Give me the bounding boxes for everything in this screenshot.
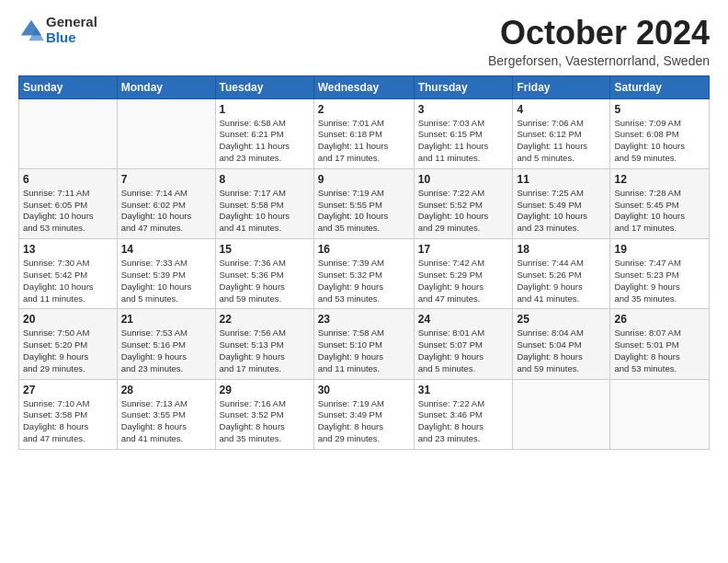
- day-number: 14: [121, 243, 211, 256]
- calendar-cell: 30Sunrise: 7:19 AM Sunset: 3:49 PM Dayli…: [313, 379, 414, 449]
- calendar-cell: 17Sunrise: 7:42 AM Sunset: 5:29 PM Dayli…: [414, 239, 513, 309]
- calendar-cell: [513, 379, 610, 449]
- day-number: 23: [318, 313, 410, 326]
- calendar-cell: 9Sunrise: 7:19 AM Sunset: 5:55 PM Daylig…: [313, 168, 414, 238]
- day-detail: Sunrise: 7:42 AM Sunset: 5:29 PM Dayligh…: [418, 258, 509, 304]
- day-number: 28: [121, 384, 211, 396]
- calendar-cell: 7Sunrise: 7:14 AM Sunset: 6:02 PM Daylig…: [117, 168, 215, 238]
- day-detail: Sunrise: 7:56 AM Sunset: 5:13 PM Dayligh…: [220, 327, 310, 374]
- calendar-cell: 8Sunrise: 7:17 AM Sunset: 5:58 PM Daylig…: [215, 168, 313, 238]
- day-detail: Sunrise: 7:06 AM Sunset: 6:12 PM Dayligh…: [517, 118, 606, 165]
- day-number: 10: [418, 173, 509, 186]
- weekday-header-monday: Monday: [117, 75, 215, 98]
- day-detail: Sunrise: 7:39 AM Sunset: 5:32 PM Dayligh…: [318, 258, 410, 304]
- week-row-1: 1Sunrise: 6:58 AM Sunset: 6:21 PM Daylig…: [19, 98, 710, 168]
- calendar-cell: 15Sunrise: 7:36 AM Sunset: 5:36 PM Dayli…: [215, 239, 313, 309]
- day-number: 5: [614, 103, 705, 116]
- day-number: 12: [614, 173, 705, 186]
- day-detail: Sunrise: 7:44 AM Sunset: 5:26 PM Dayligh…: [517, 258, 606, 304]
- calendar-cell: 23Sunrise: 7:58 AM Sunset: 5:10 PM Dayli…: [313, 309, 414, 379]
- calendar-cell: [610, 379, 710, 449]
- day-number: 21: [121, 313, 211, 326]
- day-number: 18: [517, 243, 606, 256]
- day-detail: Sunrise: 7:28 AM Sunset: 5:45 PM Dayligh…: [614, 188, 705, 235]
- day-number: 13: [23, 243, 113, 256]
- weekday-header-thursday: Thursday: [414, 75, 513, 98]
- calendar-cell: 14Sunrise: 7:33 AM Sunset: 5:39 PM Dayli…: [117, 239, 215, 309]
- day-detail: Sunrise: 7:53 AM Sunset: 5:16 PM Dayligh…: [121, 327, 211, 374]
- day-detail: Sunrise: 7:17 AM Sunset: 5:58 PM Dayligh…: [220, 188, 310, 235]
- calendar-cell: 28Sunrise: 7:13 AM Sunset: 3:55 PM Dayli…: [117, 379, 215, 449]
- calendar-cell: 25Sunrise: 8:04 AM Sunset: 5:04 PM Dayli…: [513, 309, 610, 379]
- day-number: 16: [318, 243, 410, 256]
- day-detail: Sunrise: 7:25 AM Sunset: 5:49 PM Dayligh…: [517, 188, 606, 235]
- week-row-4: 20Sunrise: 7:50 AM Sunset: 5:20 PM Dayli…: [19, 309, 710, 379]
- calendar-cell: 1Sunrise: 6:58 AM Sunset: 6:21 PM Daylig…: [215, 98, 313, 168]
- day-detail: Sunrise: 7:30 AM Sunset: 5:42 PM Dayligh…: [23, 258, 113, 304]
- day-detail: Sunrise: 7:19 AM Sunset: 5:55 PM Dayligh…: [318, 188, 410, 235]
- calendar-cell: 29Sunrise: 7:16 AM Sunset: 3:52 PM Dayli…: [215, 379, 313, 449]
- day-number: 19: [614, 243, 705, 256]
- day-number: 25: [517, 313, 606, 326]
- title-block: October 2024 Bergeforsen, Vaesternorrlan…: [488, 15, 710, 68]
- day-detail: Sunrise: 8:07 AM Sunset: 5:01 PM Dayligh…: [614, 327, 705, 374]
- day-detail: Sunrise: 8:04 AM Sunset: 5:04 PM Dayligh…: [517, 327, 606, 374]
- day-number: 24: [418, 313, 509, 326]
- day-detail: Sunrise: 7:36 AM Sunset: 5:36 PM Dayligh…: [220, 258, 310, 304]
- day-detail: Sunrise: 7:01 AM Sunset: 6:18 PM Dayligh…: [318, 118, 410, 165]
- calendar-cell: 6Sunrise: 7:11 AM Sunset: 6:05 PM Daylig…: [19, 168, 118, 238]
- week-row-5: 27Sunrise: 7:10 AM Sunset: 3:58 PM Dayli…: [19, 379, 710, 449]
- calendar-cell: 4Sunrise: 7:06 AM Sunset: 6:12 PM Daylig…: [513, 98, 610, 168]
- calendar-cell: 27Sunrise: 7:10 AM Sunset: 3:58 PM Dayli…: [19, 379, 118, 449]
- calendar-cell: [19, 98, 118, 168]
- day-number: 11: [517, 173, 606, 186]
- day-number: 8: [220, 173, 310, 186]
- day-number: 20: [23, 313, 113, 326]
- day-number: 7: [121, 173, 211, 186]
- day-detail: Sunrise: 7:33 AM Sunset: 5:39 PM Dayligh…: [121, 258, 211, 304]
- calendar-cell: 20Sunrise: 7:50 AM Sunset: 5:20 PM Dayli…: [19, 309, 118, 379]
- week-row-3: 13Sunrise: 7:30 AM Sunset: 5:42 PM Dayli…: [19, 239, 710, 309]
- calendar-cell: 5Sunrise: 7:09 AM Sunset: 6:08 PM Daylig…: [610, 98, 710, 168]
- day-number: 26: [614, 313, 705, 326]
- day-number: 3: [418, 103, 509, 116]
- day-number: 15: [220, 243, 310, 256]
- weekday-header-friday: Friday: [513, 75, 610, 98]
- day-detail: Sunrise: 7:50 AM Sunset: 5:20 PM Dayligh…: [23, 327, 113, 374]
- logo-general: General: [46, 15, 97, 30]
- month-title: October 2024: [488, 15, 710, 52]
- calendar-cell: 11Sunrise: 7:25 AM Sunset: 5:49 PM Dayli…: [513, 168, 610, 238]
- calendar-cell: 16Sunrise: 7:39 AM Sunset: 5:32 PM Dayli…: [313, 239, 414, 309]
- day-number: 17: [418, 243, 509, 256]
- calendar-cell: 26Sunrise: 8:07 AM Sunset: 5:01 PM Dayli…: [610, 309, 710, 379]
- calendar-cell: 12Sunrise: 7:28 AM Sunset: 5:45 PM Dayli…: [610, 168, 710, 238]
- day-detail: Sunrise: 7:16 AM Sunset: 3:52 PM Dayligh…: [220, 398, 310, 445]
- calendar-cell: 10Sunrise: 7:22 AM Sunset: 5:52 PM Dayli…: [414, 168, 513, 238]
- weekday-header-row: SundayMondayTuesdayWednesdayThursdayFrid…: [19, 75, 710, 98]
- subtitle: Bergeforsen, Vaesternorrland, Sweden: [488, 53, 710, 68]
- calendar-cell: 22Sunrise: 7:56 AM Sunset: 5:13 PM Dayli…: [215, 309, 313, 379]
- day-detail: Sunrise: 7:14 AM Sunset: 6:02 PM Dayligh…: [121, 188, 211, 235]
- day-number: 4: [517, 103, 606, 116]
- weekday-header-wednesday: Wednesday: [313, 75, 414, 98]
- day-number: 27: [23, 384, 113, 396]
- header: General Blue October 2024 Bergeforsen, V…: [18, 15, 710, 68]
- day-number: 31: [418, 384, 509, 396]
- page: General Blue October 2024 Bergeforsen, V…: [0, 0, 728, 563]
- day-detail: Sunrise: 7:58 AM Sunset: 5:10 PM Dayligh…: [318, 327, 410, 374]
- weekday-header-sunday: Sunday: [19, 75, 118, 98]
- day-detail: Sunrise: 7:22 AM Sunset: 5:52 PM Dayligh…: [418, 188, 509, 235]
- day-detail: Sunrise: 7:19 AM Sunset: 3:49 PM Dayligh…: [318, 398, 410, 445]
- day-number: 9: [318, 173, 410, 186]
- calendar-cell: 19Sunrise: 7:47 AM Sunset: 5:23 PM Dayli…: [610, 239, 710, 309]
- day-number: 22: [220, 313, 310, 326]
- calendar-cell: 3Sunrise: 7:03 AM Sunset: 6:15 PM Daylig…: [414, 98, 513, 168]
- calendar-cell: 31Sunrise: 7:22 AM Sunset: 3:46 PM Dayli…: [414, 379, 513, 449]
- calendar-cell: 24Sunrise: 8:01 AM Sunset: 5:07 PM Dayli…: [414, 309, 513, 379]
- day-number: 1: [220, 103, 310, 116]
- day-number: 30: [318, 384, 410, 396]
- logo-text: General Blue: [46, 15, 97, 45]
- day-detail: Sunrise: 7:10 AM Sunset: 3:58 PM Dayligh…: [23, 398, 113, 445]
- calendar-cell: [117, 98, 215, 168]
- weekday-header-saturday: Saturday: [610, 75, 710, 98]
